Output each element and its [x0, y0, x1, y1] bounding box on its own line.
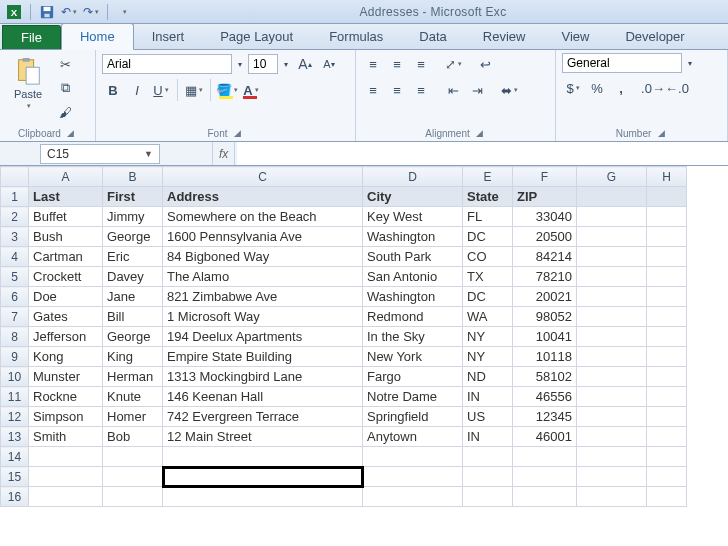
col-header-F[interactable]: F — [513, 167, 577, 187]
row-header-3[interactable]: 3 — [1, 227, 29, 247]
cell-F9[interactable]: 10118 — [513, 347, 577, 367]
cell-E2[interactable]: FL — [463, 207, 513, 227]
qat-customize-icon[interactable] — [116, 4, 132, 20]
cell-A1[interactable]: Last — [29, 187, 103, 207]
font-size-dropdown-icon[interactable]: ▾ — [280, 59, 292, 70]
cell-E5[interactable]: TX — [463, 267, 513, 287]
cell-D1[interactable]: City — [363, 187, 463, 207]
cell-E13[interactable]: IN — [463, 427, 513, 447]
cell-D9[interactable]: New York — [363, 347, 463, 367]
cell-C6[interactable]: 821 Zimbabwe Ave — [163, 287, 363, 307]
cell-D11[interactable]: Notre Dame — [363, 387, 463, 407]
cell-E11[interactable]: IN — [463, 387, 513, 407]
row-header-5[interactable]: 5 — [1, 267, 29, 287]
font-size-select[interactable] — [248, 54, 278, 74]
save-icon[interactable] — [39, 4, 55, 20]
cell-G9[interactable] — [577, 347, 647, 367]
align-middle-icon[interactable]: ≡ — [386, 53, 408, 75]
cell-F13[interactable]: 46001 — [513, 427, 577, 447]
cell-C16[interactable] — [163, 487, 363, 507]
cell-A8[interactable]: Jefferson — [29, 327, 103, 347]
cell-B9[interactable]: King — [103, 347, 163, 367]
cell-E10[interactable]: ND — [463, 367, 513, 387]
cell-C2[interactable]: Somewhere on the Beach — [163, 207, 363, 227]
cell-C5[interactable]: The Alamo — [163, 267, 363, 287]
cell-E9[interactable]: NY — [463, 347, 513, 367]
cell-G14[interactable] — [577, 447, 647, 467]
cell-A3[interactable]: Bush — [29, 227, 103, 247]
cell-G4[interactable] — [577, 247, 647, 267]
col-header-G[interactable]: G — [577, 167, 647, 187]
cell-B8[interactable]: George — [103, 327, 163, 347]
cell-G8[interactable] — [577, 327, 647, 347]
cell-H8[interactable] — [647, 327, 687, 347]
font-name-select[interactable] — [102, 54, 232, 74]
col-header-B[interactable]: B — [103, 167, 163, 187]
cell-E1[interactable]: State — [463, 187, 513, 207]
col-header-A[interactable]: A — [29, 167, 103, 187]
cell-A15[interactable] — [29, 467, 103, 487]
cell-E12[interactable]: US — [463, 407, 513, 427]
cell-F11[interactable]: 46556 — [513, 387, 577, 407]
cell-F5[interactable]: 78210 — [513, 267, 577, 287]
row-header-10[interactable]: 10 — [1, 367, 29, 387]
cell-E3[interactable]: DC — [463, 227, 513, 247]
percent-format-icon[interactable]: % — [586, 77, 608, 99]
cell-E8[interactable]: NY — [463, 327, 513, 347]
cell-H12[interactable] — [647, 407, 687, 427]
cut-icon[interactable]: ✂ — [54, 53, 76, 75]
row-header-1[interactable]: 1 — [1, 187, 29, 207]
cell-H13[interactable] — [647, 427, 687, 447]
cell-A10[interactable]: Munster — [29, 367, 103, 387]
select-all-corner[interactable] — [1, 167, 29, 187]
cell-C7[interactable]: 1 Microsoft Way — [163, 307, 363, 327]
cell-C10[interactable]: 1313 Mockingbird Lane — [163, 367, 363, 387]
col-header-H[interactable]: H — [647, 167, 687, 187]
cell-C1[interactable]: Address — [163, 187, 363, 207]
cell-F10[interactable]: 58102 — [513, 367, 577, 387]
cell-H2[interactable] — [647, 207, 687, 227]
cell-F1[interactable]: ZIP — [513, 187, 577, 207]
cell-F2[interactable]: 33040 — [513, 207, 577, 227]
tab-page-layout[interactable]: Page Layout — [202, 24, 311, 49]
cell-D14[interactable] — [363, 447, 463, 467]
merge-center-icon[interactable]: ⬌ — [498, 79, 520, 101]
cell-H15[interactable] — [647, 467, 687, 487]
cell-E14[interactable] — [463, 447, 513, 467]
align-top-icon[interactable]: ≡ — [362, 53, 384, 75]
cell-B7[interactable]: Bill — [103, 307, 163, 327]
cell-C15[interactable] — [163, 467, 363, 487]
tab-formulas[interactable]: Formulas — [311, 24, 401, 49]
cell-A6[interactable]: Doe — [29, 287, 103, 307]
cell-D12[interactable]: Springfield — [363, 407, 463, 427]
cell-A4[interactable]: Cartman — [29, 247, 103, 267]
cell-H9[interactable] — [647, 347, 687, 367]
row-header-2[interactable]: 2 — [1, 207, 29, 227]
cell-E16[interactable] — [463, 487, 513, 507]
cell-C4[interactable]: 84 Bigboned Way — [163, 247, 363, 267]
cell-A9[interactable]: Kong — [29, 347, 103, 367]
cell-H14[interactable] — [647, 447, 687, 467]
cell-H6[interactable] — [647, 287, 687, 307]
cell-G1[interactable] — [577, 187, 647, 207]
comma-format-icon[interactable]: , — [610, 77, 632, 99]
tab-review[interactable]: Review — [465, 24, 544, 49]
cell-H11[interactable] — [647, 387, 687, 407]
cell-F15[interactable] — [513, 467, 577, 487]
cell-B3[interactable]: George — [103, 227, 163, 247]
cell-G11[interactable] — [577, 387, 647, 407]
row-header-11[interactable]: 11 — [1, 387, 29, 407]
cell-F16[interactable] — [513, 487, 577, 507]
cell-D13[interactable]: Anytown — [363, 427, 463, 447]
align-left-icon[interactable]: ≡ — [362, 79, 384, 101]
italic-button[interactable]: I — [126, 79, 148, 101]
format-painter-icon[interactable]: 🖌 — [54, 101, 76, 123]
align-bottom-icon[interactable]: ≡ — [410, 53, 432, 75]
increase-indent-icon[interactable]: ⇥ — [466, 79, 488, 101]
alignment-dialog-launcher[interactable]: ◢ — [474, 127, 486, 139]
clipboard-dialog-launcher[interactable]: ◢ — [65, 127, 77, 139]
cell-D4[interactable]: South Park — [363, 247, 463, 267]
copy-icon[interactable]: ⧉ — [54, 77, 76, 99]
cell-G6[interactable] — [577, 287, 647, 307]
row-header-6[interactable]: 6 — [1, 287, 29, 307]
